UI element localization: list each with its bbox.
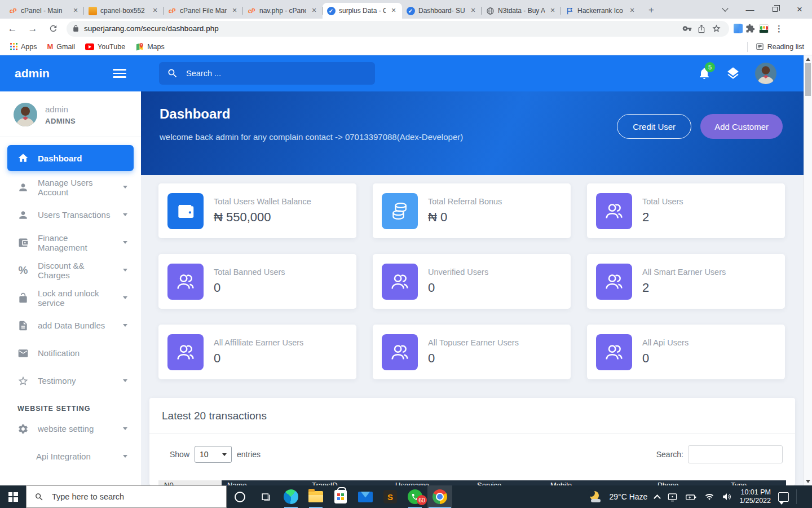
- reload-button[interactable]: [45, 21, 61, 37]
- notebook-extension-icon[interactable]: [734, 24, 742, 33]
- users-icon: [167, 264, 204, 300]
- restore-button[interactable]: [762, 0, 787, 19]
- share-icon[interactable]: [694, 21, 709, 36]
- new-tab-button[interactable]: +: [644, 3, 659, 17]
- taskbar-mail[interactable]: [353, 485, 378, 508]
- column-header[interactable]: Type: [725, 480, 786, 485]
- column-header[interactable]: Username: [390, 480, 471, 485]
- taskbar-file-explorer[interactable]: [303, 485, 328, 508]
- table-search-input[interactable]: [688, 445, 783, 463]
- tab-hackerrank[interactable]: Hackerrank Ico ×: [561, 3, 641, 19]
- sidebar-item-finance-management[interactable]: Finance Management: [0, 229, 141, 256]
- omnibox[interactable]: superjarang.com/secure/dashboard.php: [67, 21, 729, 37]
- sidebar-item-api-integration[interactable]: Api Integration: [0, 443, 141, 470]
- scroll-down-arrow[interactable]: [806, 480, 810, 483]
- bookmark-maps[interactable]: Maps: [135, 42, 165, 51]
- cortana-button[interactable]: [227, 485, 253, 508]
- nav-avatar[interactable]: [755, 63, 776, 84]
- user-avatar[interactable]: [14, 103, 37, 126]
- add-customer-button[interactable]: Add Customer: [700, 114, 783, 139]
- tab-close-icon[interactable]: ×: [548, 6, 557, 15]
- taskbar-edge[interactable]: [279, 485, 303, 508]
- scroll-up-arrow[interactable]: [804, 55, 812, 63]
- start-button[interactable]: [0, 485, 26, 508]
- weather-text[interactable]: 29°C Haze: [610, 492, 648, 501]
- tab-dashboard-su[interactable]: ✓ Dashboard- SU ×: [402, 3, 482, 19]
- tab-close-icon[interactable]: ×: [389, 6, 398, 15]
- cheap-data-extension-icon[interactable]: [759, 24, 769, 33]
- tab-close-icon[interactable]: ×: [310, 6, 319, 15]
- action-center-icon[interactable]: [778, 492, 789, 502]
- sidebar-item-add-data-bundles[interactable]: add Data Bundles: [0, 312, 141, 339]
- tab-search-chevron[interactable]: [713, 0, 738, 19]
- tab-close-icon[interactable]: ×: [628, 6, 637, 15]
- connect-icon[interactable]: [667, 492, 678, 502]
- close-button[interactable]: ×: [787, 0, 812, 19]
- taskbar-sublime[interactable]: S: [378, 485, 403, 508]
- browser-menu-icon[interactable]: ⋮: [775, 24, 784, 34]
- sidebar-item-dashboard[interactable]: Dashboard: [7, 145, 134, 171]
- column-header[interactable]: Mobile: [545, 480, 652, 485]
- sidebar-item-notification[interactable]: Notification: [0, 339, 141, 367]
- tab-surplus-data-active[interactable]: ✓ surplus Data - C ×: [323, 3, 402, 19]
- column-header[interactable]: Name: [222, 480, 306, 485]
- bookmark-gmail[interactable]: M Gmail: [47, 42, 76, 51]
- scrollbar-thumb[interactable]: [805, 63, 811, 96]
- sidebar-item-users-transactions[interactable]: Users Transactions: [0, 201, 141, 229]
- column-header[interactable]: N0: [158, 480, 222, 485]
- credit-user-button[interactable]: Credit User: [617, 114, 691, 139]
- tab-close-icon[interactable]: ×: [230, 6, 239, 15]
- tab-close-icon[interactable]: ×: [469, 6, 478, 15]
- weather-icon[interactable]: [589, 491, 602, 502]
- reading-list-button[interactable]: Reading list: [747, 42, 804, 52]
- minimize-button[interactable]: —: [738, 0, 762, 19]
- sidebar-item-lock-unlock[interactable]: Lock and unlock service: [0, 284, 141, 312]
- sidebar-item-discount-charges[interactable]: % Discount && Charges: [0, 256, 141, 284]
- taskbar-whatsapp[interactable]: 60: [403, 485, 427, 508]
- bookmark-youtube[interactable]: YouTube: [85, 43, 125, 51]
- taskbar-chrome-active[interactable]: [427, 485, 452, 508]
- users-icon: [596, 264, 632, 300]
- forward-button[interactable]: →: [25, 21, 41, 37]
- tab-cpanel-filemanager[interactable]: cP cPanel File Man ×: [164, 3, 243, 19]
- taskbar-search-input[interactable]: [51, 492, 203, 502]
- unlock-icon: [17, 292, 29, 304]
- app-search-box[interactable]: [159, 62, 375, 85]
- layers-icon[interactable]: [726, 66, 740, 81]
- notifications-button[interactable]: 5: [698, 67, 711, 80]
- page-scrollbar[interactable]: [804, 55, 812, 485]
- tab-phpmyadmin[interactable]: cpanel-box552 ×: [84, 3, 164, 19]
- bookmark-apps[interactable]: Apps: [10, 43, 37, 51]
- back-button[interactable]: ←: [5, 21, 20, 37]
- chevron-down-icon: [123, 427, 127, 430]
- taskbar-store[interactable]: [328, 485, 353, 508]
- tab-n3tdata[interactable]: N3tdata - Buy A ×: [482, 3, 561, 19]
- clock[interactable]: 10:01 PM 1/25/2022: [739, 488, 771, 505]
- page-size-select[interactable]: 10: [195, 446, 232, 463]
- task-view-button[interactable]: [253, 485, 279, 508]
- battery-icon[interactable]: [685, 491, 697, 503]
- sidebar-item-website-setting[interactable]: website setting: [0, 415, 141, 443]
- sidebar: admin admin ADMINS Dashboard Manage User…: [0, 55, 141, 485]
- tab-close-icon[interactable]: ×: [151, 6, 160, 15]
- column-header[interactable]: Phone: [652, 480, 725, 485]
- tab-cpanel-main[interactable]: cP cPanel - Main ×: [5, 3, 84, 19]
- wifi-icon[interactable]: [704, 492, 714, 502]
- sidebar-item-testimony[interactable]: Testimony: [0, 367, 141, 395]
- column-header[interactable]: TransID: [306, 480, 390, 485]
- tab-navphp[interactable]: cP nav.php - cPane ×: [243, 3, 323, 19]
- hamburger-menu-icon[interactable]: [113, 69, 126, 78]
- tray-expand-icon[interactable]: [654, 494, 661, 502]
- stat-label: Total Referral Bonus: [428, 197, 502, 206]
- extensions-puzzle-icon[interactable]: [745, 24, 755, 33]
- bookmark-star-icon[interactable]: [709, 21, 723, 36]
- column-header[interactable]: Service: [471, 480, 545, 485]
- show-desktop-button[interactable]: [804, 485, 809, 508]
- url-text[interactable]: superjarang.com/secure/dashboard.php: [84, 24, 679, 33]
- taskbar-search-box[interactable]: [26, 485, 227, 508]
- volume-icon[interactable]: [722, 492, 732, 502]
- tab-close-icon[interactable]: ×: [71, 6, 80, 15]
- search-input[interactable]: [185, 68, 354, 78]
- password-key-icon[interactable]: [679, 21, 694, 36]
- sidebar-item-manage-users[interactable]: Manage Users Account: [0, 173, 141, 201]
